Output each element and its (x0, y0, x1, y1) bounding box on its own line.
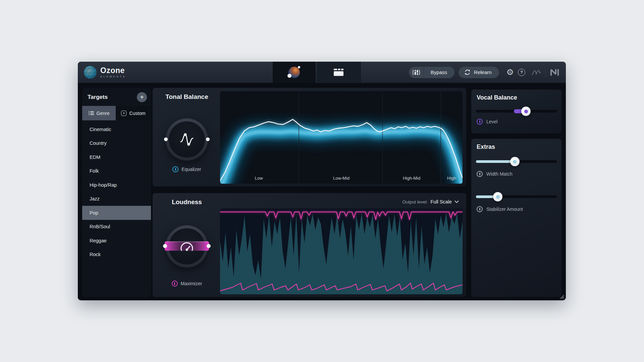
output-level-dropdown[interactable]: Output level: Full Scale (402, 199, 459, 204)
app-subtitle: ELEMENTS (100, 75, 126, 78)
tonal-balance-title: Tonal Balance (153, 93, 221, 101)
genre-item[interactable]: Reggae (82, 234, 151, 248)
zone-label: High (447, 176, 456, 181)
zone-label: Low-Mid (333, 176, 350, 181)
help-icon[interactable]: ? (518, 69, 525, 76)
genre-item[interactable]: Hip-hop/Rap (82, 178, 151, 192)
relearn-label: Relearn (474, 69, 492, 75)
genre-tab-label: Genre (97, 111, 110, 116)
app-title: Ozone (100, 67, 126, 74)
modules-icon (334, 69, 344, 76)
maximizer-knob[interactable] (166, 225, 208, 267)
view-tabs (273, 62, 361, 83)
ozone-plugin-window: Ozone ELEMENTS (78, 62, 566, 300)
header-divider (545, 68, 546, 77)
equalizer-knob[interactable] (166, 118, 208, 161)
genre-item[interactable]: RnB/Soul (82, 220, 151, 234)
settings-gear-icon[interactable]: ⚙ (506, 68, 514, 76)
maximizer-power-icon[interactable] (172, 281, 178, 287)
loudness-panel: Loudness Maximizer Output level: Full Sc… (153, 193, 466, 297)
header-bar: Ozone ELEMENTS (78, 62, 566, 83)
loudness-title: Loudness (153, 198, 221, 206)
output-level-value: Full Scale (430, 199, 452, 204)
genre-item[interactable]: Jazz (82, 192, 151, 206)
list-icon (89, 111, 94, 115)
resize-grip[interactable] (559, 294, 564, 299)
tonal-balance-panel: Tonal Balance Equalizer (153, 88, 466, 186)
zone-label: High-Mid (403, 176, 420, 181)
equalizer-power-icon[interactable] (172, 166, 178, 172)
equalizer-label: Equalizer (181, 167, 201, 172)
stabilizer-power-icon[interactable] (477, 206, 483, 212)
vocal-balance-panel: Vocal Balance Level (471, 89, 561, 133)
custom-tab-label: Custom (129, 111, 145, 116)
tab-custom[interactable]: + Custom (116, 106, 151, 120)
genre-item[interactable]: EDM (82, 150, 151, 164)
bypass-button[interactable]: Bypass (409, 67, 454, 78)
zone-label: Low (255, 176, 263, 181)
gauge-icon (179, 241, 195, 252)
extras-title: Extras (477, 143, 495, 150)
tonal-balance-display: LowLow-MidHigh-MidHigh (220, 91, 463, 184)
add-target-button[interactable]: + (137, 92, 147, 102)
target-type-tabs: Genre + Custom (82, 106, 151, 120)
signal-scribble-icon[interactable] (531, 68, 541, 76)
genre-item[interactable]: Country (82, 136, 151, 150)
width-match-slider[interactable] (476, 157, 557, 167)
tab-assistant-view[interactable] (273, 62, 316, 83)
width-match-power-icon[interactable] (477, 171, 483, 177)
maximizer-label: Maximizer (181, 281, 202, 286)
ozone-logo-icon (84, 66, 97, 79)
vocal-level-power-icon[interactable] (477, 119, 483, 125)
extras-panel: Extras Width Match Stabilizer Amount (471, 139, 561, 297)
header-controls: Bypass Relearn ⚙ ? (409, 67, 566, 78)
bypass-label: Bypass (424, 69, 454, 75)
loudness-display (220, 208, 463, 294)
ozone-logo: Ozone ELEMENTS (78, 66, 126, 79)
eq-curve-icon (179, 133, 194, 146)
vocal-level-slider[interactable] (476, 106, 557, 116)
chevron-down-icon (454, 200, 459, 203)
genre-item[interactable]: Pop (82, 206, 151, 220)
targets-panel: Targets + Genre + Custom CinematicCountr… (82, 88, 151, 297)
add-custom-icon: + (121, 111, 126, 116)
tab-detailed-view[interactable] (317, 62, 361, 83)
ni-logo (550, 68, 560, 76)
width-match-label: Width Match (486, 171, 513, 177)
genre-item[interactable]: Cinematic (82, 122, 151, 136)
output-level-label: Output level: (402, 199, 428, 204)
vocal-level-label: Level (486, 119, 497, 124)
genre-item[interactable]: Folk (82, 164, 151, 178)
genre-list: CinematicCountryEDMFolkHip-hop/RapJazzPo… (82, 122, 151, 297)
tab-genre[interactable]: Genre (82, 106, 116, 120)
genre-item[interactable]: Rock (82, 248, 151, 262)
sphere-icon (288, 67, 300, 78)
relearn-button[interactable]: Relearn (459, 67, 499, 78)
targets-title: Targets (88, 94, 108, 101)
meter-icon (409, 69, 424, 76)
vocal-balance-title: Vocal Balance (477, 94, 517, 101)
stabilizer-amount-slider[interactable] (476, 192, 557, 202)
stabilizer-label: Stabilizer Amount (486, 206, 523, 212)
relearn-icon (464, 69, 471, 76)
